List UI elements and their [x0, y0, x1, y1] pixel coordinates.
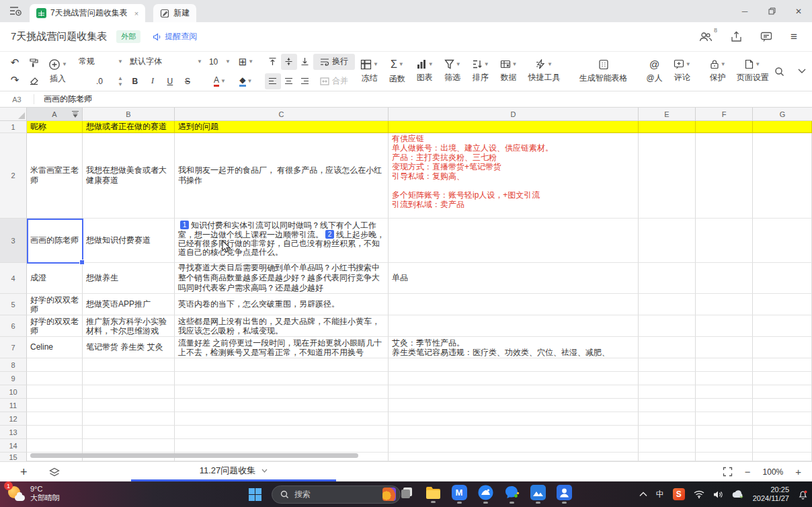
cell-g7[interactable]: [753, 337, 812, 358]
fullscreen-icon[interactable]: [723, 467, 733, 477]
redo-icon[interactable]: ↷: [6, 72, 24, 88]
cell[interactable]: [389, 372, 639, 385]
cell-b7[interactable]: 笔记带货 养生类 艾灸: [83, 337, 175, 358]
strikethrough-button[interactable]: S: [179, 73, 196, 89]
cell-d4[interactable]: 单品: [389, 263, 639, 294]
row-number[interactable]: 1: [0, 121, 27, 133]
row-number[interactable]: 13: [0, 426, 27, 439]
cell[interactable]: [389, 439, 639, 453]
recent-docs-icon[interactable]: [4, 2, 27, 20]
cell-f4[interactable]: [696, 263, 753, 294]
cell[interactable]: [83, 439, 175, 453]
cell[interactable]: [175, 372, 389, 385]
merge-cells-button[interactable]: 合并: [313, 73, 355, 89]
at-people-button[interactable]: @ @人: [641, 58, 668, 84]
cell-f7[interactable]: [696, 337, 753, 358]
share-icon[interactable]: [731, 31, 742, 42]
cell[interactable]: [696, 412, 753, 426]
cell-e3[interactable]: [639, 219, 696, 263]
horizontal-scrollbar[interactable]: [30, 453, 358, 458]
cell[interactable]: [753, 372, 812, 385]
cell-e4[interactable]: [639, 263, 696, 294]
cell[interactable]: [389, 358, 639, 372]
cell[interactable]: [753, 385, 812, 399]
column-header-a[interactable]: A: [27, 108, 83, 120]
cell-a3-selected[interactable]: 画画的陈老师: [27, 219, 83, 263]
quick-tools-button[interactable]: ▼ 快捷工具: [523, 59, 566, 83]
mountain-app-icon[interactable]: [529, 484, 546, 504]
protect-button[interactable]: ▼ 保护: [704, 59, 731, 83]
cell[interactable]: [696, 372, 753, 385]
cell[interactable]: [389, 426, 639, 439]
input-method-s-icon[interactable]: S: [673, 488, 685, 500]
align-left-icon[interactable]: [265, 73, 281, 89]
cell-g3[interactable]: [753, 219, 812, 263]
cell[interactable]: [639, 385, 696, 399]
search-icon[interactable]: [774, 67, 784, 77]
cell-b3[interactable]: 想做知识付费赛道: [83, 219, 175, 263]
cell-c6[interactable]: 这些都是网上没有出售的，又是大品牌，不能挂小黄车，我应该怎么吸粉，私域变现。: [175, 315, 389, 337]
remind-review-link[interactable]: 提醒查阅: [153, 31, 197, 42]
row-number[interactable]: 11: [0, 399, 27, 412]
align-right-icon[interactable]: [297, 73, 313, 89]
cell[interactable]: [639, 453, 696, 461]
cell[interactable]: [27, 412, 83, 426]
close-icon[interactable]: ✕: [785, 0, 812, 22]
cell-b4[interactable]: 想做养生: [83, 263, 175, 294]
cell-c5[interactable]: 英语内卷的当下，怎么突破重围，另辟蹊径。: [175, 294, 389, 315]
cell-d3[interactable]: [389, 219, 639, 263]
cell-g2[interactable]: [753, 133, 812, 219]
cell[interactable]: [696, 399, 753, 412]
decimal-stepper[interactable]: .0▲▼: [75, 73, 126, 89]
cell[interactable]: [175, 426, 389, 439]
cell-d1[interactable]: [389, 121, 639, 133]
cell[interactable]: [389, 453, 639, 461]
cell[interactable]: [696, 453, 753, 461]
undo-icon[interactable]: ↶: [6, 54, 24, 71]
cell[interactable]: [83, 385, 175, 399]
collaborators-icon[interactable]: 8: [699, 32, 713, 42]
number-format-select[interactable]: 常规▼: [75, 54, 126, 70]
cell-d7[interactable]: 艾灸：季节性产品。 养生类笔记容易违规：医疗类、功效类、穴位、祛湿、减肥、: [389, 337, 639, 358]
cell[interactable]: [175, 439, 389, 453]
cell-b1[interactable]: 想做或者正在做的赛道: [83, 121, 175, 133]
font-color-button[interactable]: A▼: [206, 73, 234, 89]
cell[interactable]: [83, 412, 175, 426]
wrap-text-button[interactable]: 换行: [313, 54, 355, 70]
cell[interactable]: [389, 399, 639, 412]
new-doc-tab[interactable]: 新建: [153, 4, 196, 22]
cell[interactable]: [175, 412, 389, 426]
sheet-tab-caret-icon[interactable]: [261, 469, 268, 473]
doc-tab-active[interactable]: 7天挑战营问题收集表 ×: [30, 4, 145, 22]
filter-button[interactable]: ▼ 筛选: [439, 59, 466, 83]
cell-e5[interactable]: [639, 294, 696, 315]
zoom-in-button[interactable]: +: [795, 466, 801, 477]
file-explorer-icon[interactable]: [424, 484, 442, 504]
cell[interactable]: [753, 439, 812, 453]
cell-g1[interactable]: [753, 121, 812, 133]
row-number[interactable]: 2: [0, 133, 27, 219]
smart-table-button[interactable]: 生成智能表格: [574, 59, 633, 84]
cell-d2[interactable]: 有供应链 单人做账号：出境、建立人设、供应链素材。 产品：主打卖抗炎粉、三七粉 …: [389, 133, 639, 219]
wifi-icon[interactable]: [694, 490, 704, 498]
cell[interactable]: [696, 358, 753, 372]
weather-widget[interactable]: 1 9°C 大部晴朗: [7, 484, 60, 502]
row-number[interactable]: 9: [0, 372, 27, 385]
chart-button[interactable]: ▼ 图表: [411, 59, 439, 83]
start-icon[interactable]: [246, 485, 263, 503]
cell-g4[interactable]: [753, 263, 812, 294]
cell[interactable]: [639, 426, 696, 439]
cell-g5[interactable]: [753, 294, 812, 315]
borders-icon[interactable]: ⊞▼: [234, 54, 258, 70]
ime-indicator[interactable]: 中: [656, 489, 664, 500]
cell[interactable]: [639, 412, 696, 426]
cell-e2[interactable]: [639, 133, 696, 219]
cell-a1[interactable]: 昵称: [27, 121, 83, 133]
row-number[interactable]: 4: [0, 263, 27, 294]
cell[interactable]: [83, 426, 175, 439]
cell[interactable]: [753, 412, 812, 426]
comment-icon[interactable]: [760, 32, 772, 42]
minimize-icon[interactable]: ─: [731, 0, 758, 22]
cell[interactable]: [753, 426, 812, 439]
cell[interactable]: [696, 385, 753, 399]
